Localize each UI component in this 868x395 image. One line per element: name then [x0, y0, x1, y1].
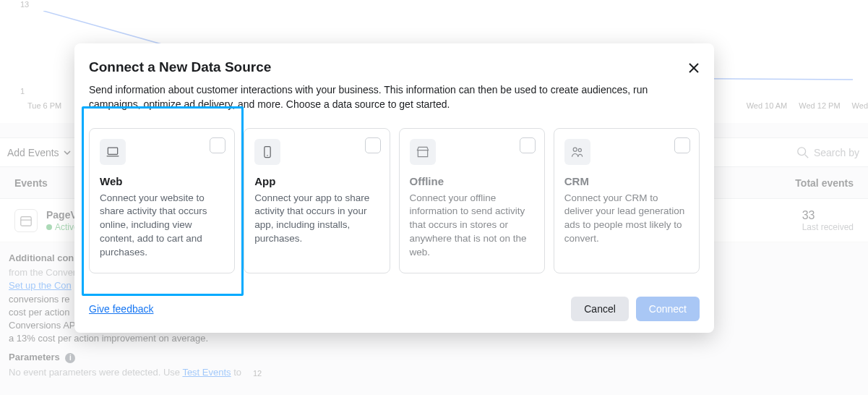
card-web[interactable]: Web Connect your website to share activi…	[89, 128, 235, 273]
offline-icon	[410, 139, 436, 165]
card-title: CRM	[564, 175, 689, 187]
people-icon	[570, 145, 585, 159]
card-desc: Connect your offline information to send…	[410, 192, 534, 260]
cancel-button[interactable]: Cancel	[571, 297, 629, 321]
card-title: App	[254, 175, 379, 187]
card-desc: Connect your CRM to deliver your lead ge…	[564, 192, 689, 247]
data-source-cards: Web Connect your website to share activi…	[89, 128, 700, 273]
card-title: Offline	[410, 175, 534, 187]
card-desc: Connect your website to share activity t…	[100, 192, 224, 260]
modal-description: Send information about customer interact…	[89, 82, 700, 112]
card-checkbox[interactable]	[520, 137, 536, 153]
close-button[interactable]	[687, 61, 701, 77]
card-checkbox[interactable]	[210, 137, 225, 153]
svg-rect-6	[108, 148, 117, 154]
web-icon	[100, 139, 126, 165]
svg-point-11	[578, 148, 581, 151]
connect-data-source-modal: Connect a New Data Source Send informati…	[74, 43, 714, 333]
svg-point-9	[267, 155, 268, 156]
card-app[interactable]: App Connect your app to share activity t…	[244, 128, 390, 273]
card-offline[interactable]: Offline Connect your offline information…	[399, 128, 545, 273]
connect-button[interactable]: Connect	[636, 297, 700, 321]
store-icon	[416, 145, 430, 159]
card-desc: Connect your app to share activity that …	[254, 192, 379, 247]
card-checkbox[interactable]	[674, 137, 690, 153]
card-checkbox[interactable]	[365, 137, 381, 153]
laptop-icon	[106, 145, 120, 159]
phone-icon	[260, 145, 275, 159]
give-feedback-link[interactable]: Give feedback	[89, 303, 154, 315]
card-crm[interactable]: CRM Connect your CRM to deliver your lea…	[554, 128, 700, 273]
modal-footer: Give feedback Cancel Connect	[89, 297, 700, 321]
app-icon	[254, 139, 280, 165]
svg-point-10	[573, 148, 577, 151]
crm-icon	[564, 139, 590, 165]
modal-title: Connect a New Data Source	[89, 59, 700, 75]
card-title: Web	[100, 175, 224, 187]
close-icon	[687, 61, 701, 75]
